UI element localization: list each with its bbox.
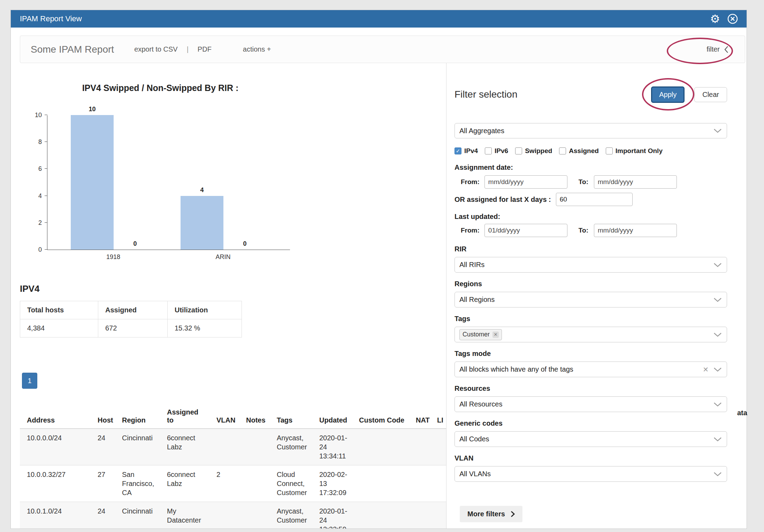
tags-select[interactable]: Customer ✕: [454, 327, 727, 342]
checkbox-important-only[interactable]: Important Only: [606, 147, 663, 155]
assignment-date-from-input[interactable]: [484, 175, 567, 189]
settings-gear-icon[interactable]: ⚙: [710, 13, 720, 24]
chevron-down-icon: [713, 367, 722, 372]
assigned-last-days-row: OR assigned for last X days :: [454, 193, 727, 206]
y-axis-tick-mark: [45, 196, 47, 196]
x-axis-category-label: ARIN: [180, 253, 266, 261]
y-axis-tick-mark: [45, 222, 47, 223]
cell-nat: [409, 502, 430, 529]
summary-utilization: 15.32 %: [168, 319, 242, 337]
checkbox-box[interactable]: ✓: [454, 147, 461, 154]
generic-codes-select[interactable]: All Codes: [454, 431, 727, 447]
chart-bar-swipped-1918: [71, 115, 114, 250]
to-label: To:: [579, 178, 588, 186]
last-updated-label: Last updated:: [454, 213, 727, 220]
cell-tags: Anycast, Customer: [270, 502, 312, 529]
checkbox-box[interactable]: [559, 147, 566, 154]
checkbox-label: IPv6: [495, 147, 508, 155]
rir-label: RIR: [454, 245, 727, 253]
tags-label: Tags: [454, 315, 727, 322]
checkbox-swipped[interactable]: Swipped: [515, 147, 552, 155]
export-pdf-button[interactable]: PDF: [198, 45, 212, 53]
aggregates-select[interactable]: All Aggregates: [454, 123, 727, 138]
rir-select[interactable]: All RIRs: [454, 257, 727, 273]
chevron-down-icon: [713, 437, 722, 441]
y-axis-tick-label: 2: [29, 219, 42, 226]
tags-mode-select[interactable]: All blocks which have any of the tags ✕: [454, 362, 727, 377]
bar-chart: 0 2 4 6 8 10 10 0: [47, 115, 290, 250]
checkbox-label: Important Only: [616, 147, 663, 155]
vlan-select[interactable]: All VLANs: [454, 466, 727, 482]
cell-host: 27: [91, 465, 115, 502]
y-axis-tick-mark: [45, 168, 47, 169]
actions-menu-button[interactable]: actions +: [243, 45, 271, 53]
summary-header-assigned: Assigned: [98, 301, 168, 319]
cell-address: 10.0.0.32/27: [20, 465, 91, 502]
more-filters-button[interactable]: More filters: [460, 506, 522, 522]
report-title: Some IPAM Report: [31, 44, 114, 55]
col-header-custom-code: Custom Code: [352, 404, 409, 429]
remove-tag-icon[interactable]: ✕: [492, 332, 499, 338]
window-title: IPAM Report View: [20, 14, 82, 23]
rir-select-value: All RIRs: [459, 261, 484, 269]
chevron-down-icon: [713, 263, 722, 267]
checkbox-ipv4[interactable]: ✓IPv4: [454, 147, 478, 155]
assigned-last-days-input[interactable]: [556, 193, 633, 206]
ipv4-summary-table: Total hosts Assigned Utilization 4,384 6…: [20, 301, 242, 337]
clear-button[interactable]: Clear: [694, 87, 727, 102]
col-header-vlan: VLAN: [209, 404, 239, 429]
checkbox-box[interactable]: [606, 147, 613, 154]
cell-nat: [409, 465, 430, 502]
chart-bar-value: 0: [223, 240, 266, 248]
chart-bar-value: 0: [114, 240, 156, 248]
cell-custom-code: [352, 465, 409, 502]
col-header-updated: Updated: [312, 404, 352, 429]
cell-updated: 2020-01-24 13:34:11: [312, 429, 352, 465]
clear-selection-icon[interactable]: ✕: [703, 365, 709, 374]
cell-address: 10.0.1.0/24: [20, 502, 91, 529]
summary-header-utilization: Utilization: [168, 301, 242, 319]
export-csv-button[interactable]: export to CSV: [134, 45, 178, 53]
col-header-li: LI: [430, 404, 446, 429]
assignment-date-to-input[interactable]: [594, 175, 677, 189]
last-updated-to-input[interactable]: [594, 224, 677, 237]
col-header-notes: Notes: [239, 404, 270, 429]
filter-checkbox-row: ✓IPv4 IPv6 Swipped Assigned Important On…: [454, 147, 727, 155]
cell-custom-code: [352, 429, 409, 465]
regions-select[interactable]: All Regions: [454, 292, 727, 307]
report-content-pane: IPV4 Swipped / Non-Swipped By RIR : 0 2 …: [11, 63, 446, 529]
summary-row: 4,384 672 15.32 %: [20, 319, 242, 337]
table-row: 10.0.0.0/24 24 Cincinnati 6connect Labz …: [20, 429, 446, 465]
tag-chip-label: Customer: [463, 331, 490, 338]
summary-total-hosts: 4,384: [20, 319, 98, 337]
table-row: 10.0.0.32/27 27 San Francisco, CA 6conne…: [20, 465, 446, 502]
to-label: To:: [579, 227, 588, 234]
resources-select[interactable]: All Resources: [454, 396, 727, 412]
checkbox-ipv6[interactable]: IPv6: [485, 147, 508, 155]
checkbox-assigned[interactable]: Assigned: [559, 147, 599, 155]
pagination-page-1-button[interactable]: 1: [22, 373, 37, 389]
close-icon[interactable]: [727, 13, 738, 24]
regions-label: Regions: [454, 280, 727, 288]
tags-mode-select-value: All blocks which have any of the tags: [459, 365, 573, 373]
tag-chip-customer[interactable]: Customer ✕: [459, 329, 502, 340]
generic-codes-select-value: All Codes: [459, 435, 489, 443]
cell-updated: 2020-02-13 17:32:09: [312, 465, 352, 502]
filter-toggle-button[interactable]: filter: [706, 45, 728, 53]
ipv4-section-heading: IPV4: [20, 283, 39, 294]
col-header-nat: NAT: [409, 404, 430, 429]
last-updated-from-input[interactable]: [484, 224, 567, 237]
cell-assigned-to: 6connect Labz: [160, 429, 209, 465]
from-label: From:: [461, 227, 480, 234]
chart-title: IPV4 Swipped / Non-Swipped By RIR :: [11, 83, 310, 93]
checkbox-box[interactable]: [485, 147, 492, 154]
checkbox-box[interactable]: [515, 147, 522, 154]
col-header-tags: Tags: [270, 404, 312, 429]
y-axis-tick-mark: [45, 142, 47, 142]
tags-mode-label: Tags mode: [454, 350, 727, 357]
apply-button[interactable]: Apply: [651, 86, 685, 103]
cell-vlan: [209, 429, 239, 465]
summary-header-total-hosts: Total hosts: [20, 301, 98, 319]
assignment-date-label: Assignment date:: [454, 164, 727, 171]
cell-custom-code: [352, 502, 409, 529]
